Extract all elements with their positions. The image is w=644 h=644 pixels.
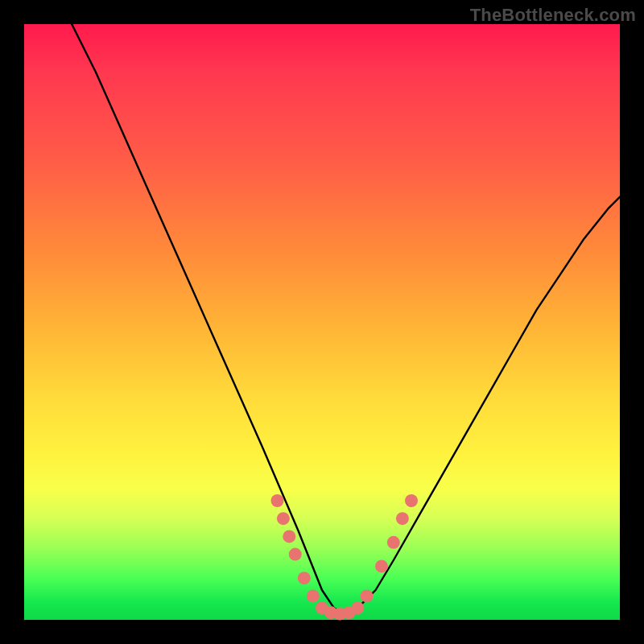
curve-marker-dot (289, 548, 302, 561)
curve-marker-dot (387, 536, 400, 549)
curve-layer (24, 24, 620, 620)
curve-marker-dot (271, 494, 284, 507)
bottleneck-curve (72, 24, 620, 614)
curve-marker-dot (283, 530, 295, 543)
curve-marker-dot (298, 572, 311, 584)
curve-marker-dot (375, 559, 388, 572)
watermark-text: TheBottleneck.com (470, 5, 636, 26)
curve-marker-dot (307, 589, 320, 602)
chart-frame (24, 24, 620, 620)
curve-marker-dot (405, 494, 418, 507)
curve-marker-dot (361, 589, 374, 602)
curve-marker-dot (396, 512, 409, 525)
curve-marker-dot (277, 512, 290, 525)
curve-marker-dot (351, 601, 364, 614)
